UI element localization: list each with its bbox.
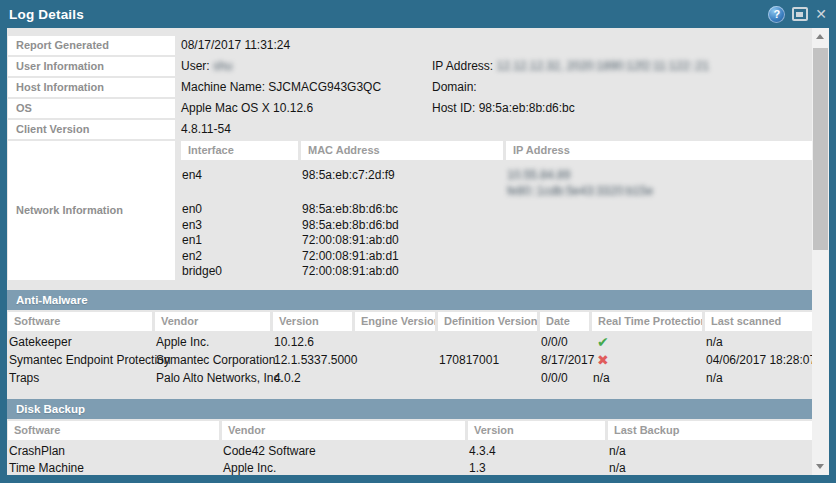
mac-cell: 98:5a:eb:c7:2d:f9: [301, 168, 506, 199]
table-row: CrashPlan Code42 Software 4.3.4 n/a: [8, 443, 812, 460]
host-information-row: Host Information Machine Name: SJCMACG94…: [8, 78, 812, 97]
vendor-cell: Palo Alto Networks, Inc.: [155, 370, 273, 387]
last-backup-cell: n/a: [608, 443, 812, 460]
host-id-value: Host ID: 98:5a:eb:8b:d6:bc: [432, 99, 812, 118]
software-cell: Traps: [8, 370, 155, 387]
ip-address-redacted: 12.12.12.32, 2020:1890:12f2:11:122::21: [497, 59, 710, 73]
last-scanned-cell: n/a: [705, 334, 812, 352]
table-row: Gatekeeper Apple Inc. 10.12.6 0/0/0 ✔ n/…: [8, 334, 812, 352]
interface-cell: en1: [181, 233, 301, 249]
column-header-version: Version: [468, 421, 605, 440]
user-information-row: User Information User: shu IP Address: 1…: [8, 57, 812, 76]
os-row: OS Apple Mac OS X 10.12.6 Host ID: 98:5a…: [8, 99, 812, 118]
close-icon[interactable]: ✕: [815, 7, 827, 21]
column-header-software: Software: [8, 312, 152, 331]
network-information-label: Network Information: [8, 141, 175, 280]
window-title: Log Details: [9, 7, 84, 22]
version-cell: 4.3.4: [468, 443, 608, 460]
network-table: Interface MAC Address IP Address en4 98:…: [181, 141, 812, 280]
date-cell: 0/0/0: [540, 334, 592, 352]
table-row: en4 98:5a:eb:c7:2d:f9 10.55.84.89 fe80::…: [181, 168, 812, 199]
vendor-cell: Code42 Software: [222, 443, 468, 460]
disk-backup-section: Disk Backup Software Vendor Version Last…: [8, 399, 812, 476]
user-value: User: shu: [181, 57, 432, 76]
table-row: Time Machine Apple Inc. 1.3 n/a: [8, 460, 812, 476]
scrollbar-thumb[interactable]: [813, 48, 828, 250]
rtp-cell: ✔: [592, 334, 705, 352]
rtp-disabled-icon: ✖: [593, 352, 609, 368]
rtp-cell: ✖: [592, 352, 705, 370]
report-generated-row: Report Generated 08/17/2017 11:31:24: [8, 36, 812, 55]
last-backup-cell: n/a: [608, 460, 812, 476]
scroll-down-arrow-icon[interactable]: [812, 459, 829, 475]
definition-version-cell: 170817001: [438, 352, 540, 370]
version-cell: 10.12.6: [273, 334, 355, 352]
engine-version-cell: [355, 352, 438, 370]
network-table-header: Interface MAC Address IP Address: [181, 141, 812, 160]
column-header-ip-address: IP Address: [506, 141, 812, 160]
titlebar: Log Details ? ✕: [0, 0, 836, 28]
vendor-cell: Apple Inc.: [222, 460, 468, 476]
log-details-window: Log Details ? ✕ Report Generated 08/17/2…: [0, 0, 836, 483]
last-scanned-cell: n/a: [705, 370, 812, 387]
column-header-date: Date: [540, 312, 589, 331]
restore-window-icon[interactable]: [792, 7, 808, 21]
vendor-cell: Symantec Corporation: [155, 352, 273, 370]
software-cell: Time Machine: [8, 460, 222, 476]
anti-malware-section-header: Anti-Malware: [7, 290, 812, 310]
column-header-version: Version: [273, 312, 352, 331]
machine-name-value: Machine Name: SJCMACG943G3QC: [181, 78, 432, 97]
report-generated-value: 08/17/2017 11:31:24: [181, 36, 432, 55]
table-row: Symantec Endpoint Protection Symantec Co…: [8, 352, 812, 370]
date-cell: 0/0/0: [540, 370, 592, 387]
column-header-interface: Interface: [181, 141, 298, 160]
rtp-cell: n/a: [592, 370, 705, 387]
last-scanned-cell: 04/06/2017 18:28:07: [705, 352, 812, 370]
column-header-real-time-protection: Real Time Protection: [592, 312, 702, 331]
date-cell: 8/17/2017: [540, 352, 592, 370]
engine-version-cell: [355, 334, 438, 352]
column-header-last-scanned: Last scanned: [705, 312, 812, 331]
interface-cell: en3: [181, 218, 301, 234]
definition-version-cell: [438, 370, 540, 387]
mac-cell: 98:5a:eb:8b:d6:bd: [301, 218, 506, 234]
ip-address-value: IP Address: 12.12.12.32, 2020:1890:12f2:…: [432, 57, 812, 76]
help-glyph: ?: [773, 8, 780, 20]
table-row: en1 72:00:08:91:ab:d0: [181, 233, 812, 249]
ip-cell: 10.55.84.89 fe80::1cdb:5e43:3320:b15e: [506, 168, 812, 199]
domain-value: Domain:: [432, 78, 812, 97]
column-header-software: Software: [8, 421, 219, 440]
software-cell: Symantec Endpoint Protection: [8, 352, 155, 370]
client-version-row: Client Version 4.8.11-54: [8, 120, 812, 139]
os-value: Apple Mac OS X 10.12.6: [181, 99, 432, 118]
interface-cell: en4: [181, 168, 301, 199]
column-header-vendor: Vendor: [222, 421, 465, 440]
user-name-redacted: shu: [213, 59, 232, 73]
restore-window-inner: [796, 12, 803, 17]
column-header-definition-version: Definition Version: [438, 312, 537, 331]
software-cell: CrashPlan: [8, 443, 222, 460]
table-row: en0 98:5a:eb:8b:d6:bc: [181, 202, 812, 218]
column-header-last-backup: Last Backup: [608, 421, 812, 440]
anti-malware-section: Anti-Malware Software Vendor Version Eng…: [8, 290, 812, 387]
os-label: OS: [8, 99, 175, 118]
ip-redacted-line2: fe80::1cdb:5e43:3320:b15e: [507, 184, 812, 200]
engine-version-cell: [355, 370, 438, 387]
network-information-row: Network Information Interface MAC Addres…: [8, 141, 812, 280]
mac-cell: 98:5a:eb:8b:d6:bc: [301, 202, 506, 218]
version-cell: 1.3: [468, 460, 608, 476]
table-row: Traps Palo Alto Networks, Inc. 4.0.2 0/0…: [8, 370, 812, 387]
vertical-scrollbar[interactable]: [812, 28, 829, 475]
software-cell: Gatekeeper: [8, 334, 155, 352]
scroll-up-arrow-icon[interactable]: [812, 28, 829, 44]
table-row: en3 98:5a:eb:8b:d6:bd: [181, 218, 812, 234]
dialog-content: Report Generated 08/17/2017 11:31:24 Use…: [7, 28, 829, 475]
rtp-enabled-icon: ✔: [593, 334, 609, 350]
report-generated-label: Report Generated: [8, 36, 175, 55]
mac-cell: 72:00:08:91:ab:d1: [301, 249, 506, 265]
help-icon[interactable]: ?: [768, 6, 785, 23]
anti-malware-table-header: Software Vendor Version Engine Version D…: [8, 312, 812, 331]
vendor-cell: Apple Inc.: [155, 334, 273, 352]
column-header-vendor: Vendor: [155, 312, 270, 331]
interface-cell: en2: [181, 249, 301, 265]
